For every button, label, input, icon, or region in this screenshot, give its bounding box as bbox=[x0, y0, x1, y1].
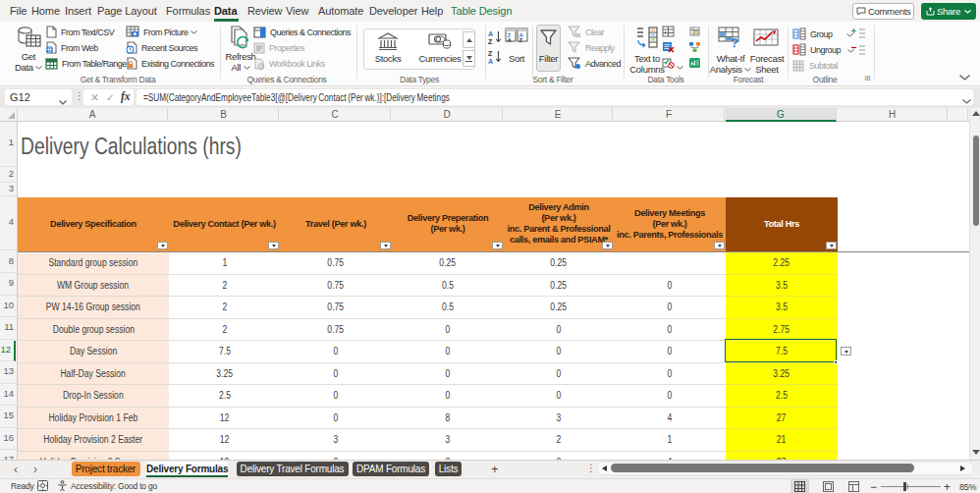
svg-text:Z: Z bbox=[488, 50, 493, 57]
svg-text:A: A bbox=[488, 58, 493, 65]
svg-text:?: ? bbox=[731, 35, 738, 48]
svg-text:A: A bbox=[488, 30, 493, 37]
svg-text:Z: Z bbox=[488, 38, 493, 45]
svg-text:A: A bbox=[508, 37, 513, 43]
svg-text:Z: Z bbox=[519, 37, 523, 43]
